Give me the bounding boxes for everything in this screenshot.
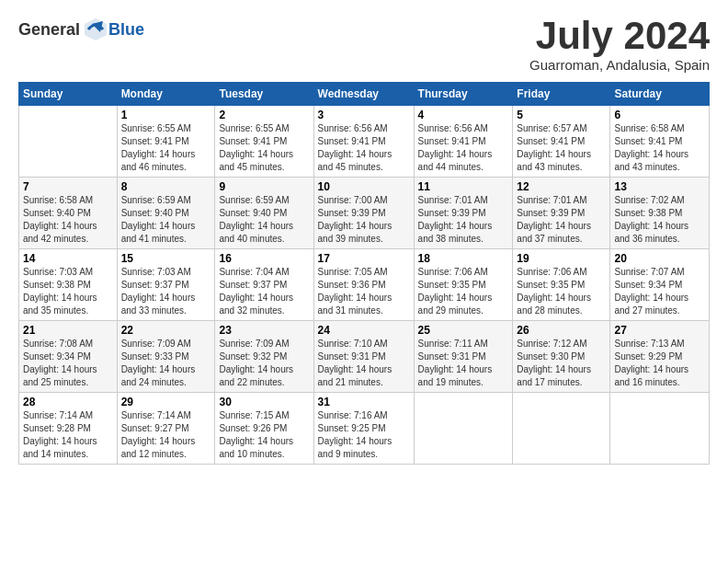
day-info: Sunrise: 7:05 AM Sunset: 9:36 PM Dayligh… xyxy=(318,266,410,317)
header-cell-thursday: Thursday xyxy=(414,83,513,106)
day-info: Sunrise: 7:16 AM Sunset: 9:25 PM Dayligh… xyxy=(318,409,410,461)
day-cell: 28Sunrise: 7:14 AM Sunset: 9:28 PM Dayli… xyxy=(19,393,118,465)
day-info: Sunrise: 7:10 AM Sunset: 9:31 PM Dayligh… xyxy=(318,338,410,389)
day-info: Sunrise: 7:02 AM Sunset: 9:38 PM Dayligh… xyxy=(614,194,705,246)
day-cell: 13Sunrise: 7:02 AM Sunset: 9:38 PM Dayli… xyxy=(610,178,710,249)
day-info: Sunrise: 7:09 AM Sunset: 9:32 PM Dayligh… xyxy=(219,338,309,389)
day-cell: 3Sunrise: 6:56 AM Sunset: 9:41 PM Daylig… xyxy=(313,106,414,178)
day-info: Sunrise: 6:55 AM Sunset: 9:41 PM Dayligh… xyxy=(121,122,211,174)
day-info: Sunrise: 7:12 AM Sunset: 9:30 PM Dayligh… xyxy=(517,338,606,389)
day-info: Sunrise: 7:11 AM Sunset: 9:31 PM Dayligh… xyxy=(418,338,509,389)
day-cell: 1Sunrise: 6:55 AM Sunset: 9:41 PM Daylig… xyxy=(117,106,215,178)
day-cell: 31Sunrise: 7:16 AM Sunset: 9:25 PM Dayli… xyxy=(313,393,414,465)
title-area: July 2024 Guarroman, Andalusia, Spain xyxy=(529,17,710,73)
day-cell: 21Sunrise: 7:08 AM Sunset: 9:34 PM Dayli… xyxy=(19,321,118,393)
location-title: Guarroman, Andalusia, Spain xyxy=(529,57,710,73)
day-info: Sunrise: 7:13 AM Sunset: 9:29 PM Dayligh… xyxy=(614,338,705,389)
day-number: 23 xyxy=(219,324,309,337)
day-cell: 7Sunrise: 6:58 AM Sunset: 9:40 PM Daylig… xyxy=(19,178,118,249)
day-cell: 6Sunrise: 6:58 AM Sunset: 9:41 PM Daylig… xyxy=(610,106,710,178)
day-number: 12 xyxy=(517,180,606,193)
day-info: Sunrise: 7:01 AM Sunset: 9:39 PM Dayligh… xyxy=(418,194,509,246)
header: General Blue July 2024 Guarroman, Andalu… xyxy=(18,17,710,73)
page-container: General Blue July 2024 Guarroman, Andalu… xyxy=(0,0,728,474)
week-row-4: 28Sunrise: 7:14 AM Sunset: 9:28 PM Dayli… xyxy=(19,393,710,465)
day-cell: 23Sunrise: 7:09 AM Sunset: 9:32 PM Dayli… xyxy=(215,321,313,393)
day-number: 13 xyxy=(614,180,705,193)
day-cell xyxy=(610,393,710,465)
day-cell xyxy=(513,393,610,465)
day-cell: 16Sunrise: 7:04 AM Sunset: 9:37 PM Dayli… xyxy=(215,249,313,321)
day-cell: 26Sunrise: 7:12 AM Sunset: 9:30 PM Dayli… xyxy=(513,321,610,393)
header-row: SundayMondayTuesdayWednesdayThursdayFrid… xyxy=(19,83,710,106)
day-cell: 10Sunrise: 7:00 AM Sunset: 9:39 PM Dayli… xyxy=(313,178,414,249)
logo-general: General xyxy=(18,20,80,40)
day-number: 3 xyxy=(318,109,410,121)
day-info: Sunrise: 7:14 AM Sunset: 9:27 PM Dayligh… xyxy=(121,409,211,461)
day-info: Sunrise: 6:56 AM Sunset: 9:41 PM Dayligh… xyxy=(418,122,509,174)
day-cell: 8Sunrise: 6:59 AM Sunset: 9:40 PM Daylig… xyxy=(117,178,215,249)
logo: General Blue xyxy=(18,17,144,42)
day-number: 6 xyxy=(614,109,705,121)
day-number: 1 xyxy=(121,109,211,121)
day-info: Sunrise: 6:59 AM Sunset: 9:40 PM Dayligh… xyxy=(219,194,309,246)
day-number: 30 xyxy=(219,396,309,408)
day-cell: 14Sunrise: 7:03 AM Sunset: 9:38 PM Dayli… xyxy=(19,249,118,321)
day-info: Sunrise: 6:59 AM Sunset: 9:40 PM Dayligh… xyxy=(121,194,211,246)
day-number: 24 xyxy=(318,324,410,337)
day-info: Sunrise: 7:01 AM Sunset: 9:39 PM Dayligh… xyxy=(517,194,606,246)
week-row-1: 7Sunrise: 6:58 AM Sunset: 9:40 PM Daylig… xyxy=(19,178,710,249)
day-number: 25 xyxy=(418,324,509,337)
day-info: Sunrise: 7:14 AM Sunset: 9:28 PM Dayligh… xyxy=(23,409,113,461)
day-number: 7 xyxy=(23,180,113,193)
day-number: 26 xyxy=(517,324,606,337)
day-info: Sunrise: 6:58 AM Sunset: 9:41 PM Dayligh… xyxy=(614,122,705,174)
day-cell: 19Sunrise: 7:06 AM Sunset: 9:35 PM Dayli… xyxy=(513,249,610,321)
day-info: Sunrise: 7:06 AM Sunset: 9:35 PM Dayligh… xyxy=(418,266,509,317)
day-number: 15 xyxy=(121,252,211,265)
day-number: 11 xyxy=(418,180,509,193)
day-number: 31 xyxy=(318,396,410,408)
header-cell-monday: Monday xyxy=(117,83,215,106)
day-info: Sunrise: 6:56 AM Sunset: 9:41 PM Dayligh… xyxy=(318,122,410,174)
day-cell: 24Sunrise: 7:10 AM Sunset: 9:31 PM Dayli… xyxy=(313,321,414,393)
day-cell: 5Sunrise: 6:57 AM Sunset: 9:41 PM Daylig… xyxy=(513,106,610,178)
day-info: Sunrise: 7:06 AM Sunset: 9:35 PM Dayligh… xyxy=(517,266,606,317)
day-number: 14 xyxy=(23,252,113,265)
day-number: 8 xyxy=(121,180,211,193)
day-cell: 11Sunrise: 7:01 AM Sunset: 9:39 PM Dayli… xyxy=(414,178,513,249)
header-cell-sunday: Sunday xyxy=(19,83,118,106)
day-number: 2 xyxy=(219,109,309,121)
day-info: Sunrise: 6:58 AM Sunset: 9:40 PM Dayligh… xyxy=(23,194,113,246)
day-number: 18 xyxy=(418,252,509,265)
day-info: Sunrise: 7:07 AM Sunset: 9:34 PM Dayligh… xyxy=(614,266,705,317)
week-row-0: 1Sunrise: 6:55 AM Sunset: 9:41 PM Daylig… xyxy=(19,106,710,178)
day-number: 28 xyxy=(23,396,113,408)
week-row-3: 21Sunrise: 7:08 AM Sunset: 9:34 PM Dayli… xyxy=(19,321,710,393)
day-cell: 15Sunrise: 7:03 AM Sunset: 9:37 PM Dayli… xyxy=(117,249,215,321)
day-number: 4 xyxy=(418,109,509,121)
day-number: 20 xyxy=(614,252,705,265)
header-cell-saturday: Saturday xyxy=(610,83,710,106)
day-info: Sunrise: 6:55 AM Sunset: 9:41 PM Dayligh… xyxy=(219,122,309,174)
day-info: Sunrise: 7:09 AM Sunset: 9:33 PM Dayligh… xyxy=(121,338,211,389)
day-number: 17 xyxy=(318,252,410,265)
month-title: July 2024 xyxy=(529,17,710,55)
calendar-table: SundayMondayTuesdayWednesdayThursdayFrid… xyxy=(18,82,710,465)
day-number: 22 xyxy=(121,324,211,337)
day-cell: 30Sunrise: 7:15 AM Sunset: 9:26 PM Dayli… xyxy=(215,393,313,465)
day-info: Sunrise: 6:57 AM Sunset: 9:41 PM Dayligh… xyxy=(517,122,606,174)
svg-marker-0 xyxy=(85,18,107,40)
day-number: 5 xyxy=(517,109,606,121)
day-cell: 17Sunrise: 7:05 AM Sunset: 9:36 PM Dayli… xyxy=(313,249,414,321)
header-cell-wednesday: Wednesday xyxy=(313,83,414,106)
day-cell: 18Sunrise: 7:06 AM Sunset: 9:35 PM Dayli… xyxy=(414,249,513,321)
day-number: 27 xyxy=(614,324,705,337)
day-number: 19 xyxy=(517,252,606,265)
header-cell-tuesday: Tuesday xyxy=(215,83,313,106)
day-number: 29 xyxy=(121,396,211,408)
day-cell: 4Sunrise: 6:56 AM Sunset: 9:41 PM Daylig… xyxy=(414,106,513,178)
day-info: Sunrise: 7:00 AM Sunset: 9:39 PM Dayligh… xyxy=(318,194,410,246)
day-cell: 29Sunrise: 7:14 AM Sunset: 9:27 PM Dayli… xyxy=(117,393,215,465)
logo-icon xyxy=(83,17,108,42)
